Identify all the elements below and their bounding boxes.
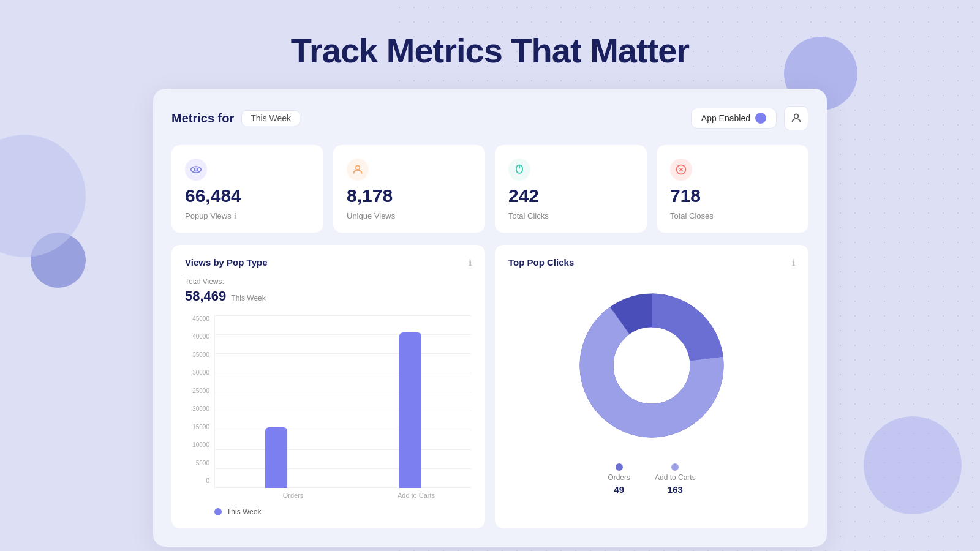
donut-legend: Orders 49 Add to Carts 163 — [508, 463, 795, 495]
y-label-5000: 5000 — [185, 460, 209, 467]
bar-fill-add-to-carts — [399, 332, 421, 488]
toggle-indicator — [755, 113, 766, 124]
total-clicks-label: Total Clicks — [508, 211, 633, 220]
y-label-45000: 45000 — [185, 315, 209, 322]
total-views-value-row: 58,469 This Week — [185, 288, 472, 304]
bar-chart-card: Views by Pop Type ℹ Total Views: 58,469 … — [172, 245, 485, 528]
bar-col-add-to-carts — [356, 315, 466, 488]
svg-point-2 — [195, 168, 198, 171]
donut-dot-add-to-carts — [671, 463, 679, 471]
x-label-orders: Orders — [244, 492, 342, 499]
period-badge-button[interactable]: This Week — [241, 110, 300, 126]
total-closes-icon-bg — [670, 159, 692, 181]
donut-chart-title: Top Pop Clicks — [508, 257, 574, 268]
legend-label-this-week: This Week — [227, 508, 261, 516]
stat-card-total-clicks: 242 Total Clicks — [495, 145, 647, 233]
bar-legend: This Week — [185, 508, 472, 516]
donut-label-add-to-carts: Add to Carts — [655, 473, 696, 482]
bg-circle-bottom-right — [864, 416, 962, 514]
donut-legend-orders: Orders 49 — [608, 463, 630, 495]
bar-chart-inner: Orders Add to Carts — [214, 315, 472, 499]
user-outline-icon — [352, 163, 364, 176]
total-closes-value: 718 — [670, 187, 795, 205]
y-label-0: 0 — [185, 478, 209, 484]
donut-center-white — [614, 328, 690, 403]
bar-x-labels: Orders Add to Carts — [214, 492, 472, 499]
svg-point-1 — [191, 167, 202, 173]
donut-label-orders: Orders — [608, 473, 630, 482]
page-title-section: Track Metrics That Matter — [0, 0, 980, 89]
popup-views-value: 66,484 — [185, 187, 310, 205]
stat-card-popup-views: 66,484 Popup Views ℹ — [172, 145, 323, 233]
x-label-add-to-carts: Add to Carts — [367, 492, 466, 499]
unique-views-value: 8,178 — [347, 187, 472, 205]
bar-grid — [214, 315, 472, 488]
info-icon: ℹ — [234, 212, 237, 220]
y-label-25000: 25000 — [185, 388, 209, 394]
stat-card-unique-views: 8,178 Unique Views — [333, 145, 485, 233]
popup-views-icon-bg — [185, 159, 207, 181]
y-label-35000: 35000 — [185, 351, 209, 358]
y-label-15000: 15000 — [185, 424, 209, 430]
legend-dot-this-week — [214, 508, 222, 515]
page-title: Track Metrics That Matter — [0, 31, 980, 70]
stat-cards-grid: 66,484 Popup Views ℹ 8,178 Unique Views — [172, 145, 809, 233]
eye-icon — [190, 163, 202, 176]
donut-dot-orders — [616, 463, 623, 471]
donut-svg — [566, 280, 737, 451]
y-label-40000: 40000 — [185, 333, 209, 340]
stat-card-total-closes: 718 Total Closes — [657, 145, 809, 233]
donut-value-add-to-carts: 163 — [668, 484, 683, 495]
metrics-for-label: Metrics for This Week — [172, 110, 300, 126]
bar-chart-header: Views by Pop Type ℹ — [185, 257, 472, 268]
metrics-label-text: Metrics for — [172, 111, 234, 126]
dashboard-header: Metrics for This Week App Enabled — [172, 106, 809, 130]
x-circle-icon — [675, 163, 687, 176]
app-enabled-button[interactable]: App Enabled — [691, 108, 777, 129]
y-label-10000: 10000 — [185, 441, 209, 448]
donut-chart-card: Top Pop Clicks ℹ — [495, 245, 809, 528]
svg-point-0 — [794, 114, 799, 118]
bar-chart-info-icon: ℹ — [469, 258, 472, 268]
donut-legend-add-to-carts: Add to Carts 163 — [655, 463, 696, 495]
svg-point-3 — [356, 165, 360, 170]
bar-fill-orders — [265, 427, 287, 488]
unique-views-icon-bg — [347, 159, 369, 181]
app-enabled-label: App Enabled — [701, 113, 750, 123]
bar-chart-area: 45000 40000 35000 30000 25000 20000 1500… — [185, 315, 472, 499]
charts-row: Views by Pop Type ℹ Total Views: 58,469 … — [172, 245, 809, 528]
total-clicks-value: 242 — [508, 187, 633, 205]
total-views-label: Total Views: — [185, 277, 472, 286]
total-closes-label: Total Closes — [670, 211, 795, 220]
dashboard-container: Metrics for This Week App Enabled — [153, 89, 827, 547]
donut-chart-header: Top Pop Clicks ℹ — [508, 257, 795, 268]
total-views-period: This Week — [231, 294, 265, 302]
bar-chart-title: Views by Pop Type — [185, 257, 268, 268]
donut-chart-info-icon: ℹ — [792, 258, 795, 268]
user-avatar-icon — [790, 112, 802, 124]
popup-views-label: Popup Views ℹ — [185, 211, 310, 220]
donut-container — [508, 280, 795, 451]
bar-y-axis: 45000 40000 35000 30000 25000 20000 1500… — [185, 315, 214, 499]
unique-views-label: Unique Views — [347, 211, 472, 220]
bar-col-orders — [221, 315, 331, 488]
header-right-controls: App Enabled — [691, 106, 809, 130]
total-views-number: 58,469 — [185, 288, 226, 304]
user-avatar-button[interactable] — [784, 106, 809, 130]
donut-value-orders: 49 — [614, 484, 624, 495]
total-clicks-icon-bg — [508, 159, 530, 181]
y-label-20000: 20000 — [185, 405, 209, 412]
y-label-30000: 30000 — [185, 369, 209, 376]
mouse-click-icon — [513, 163, 526, 176]
